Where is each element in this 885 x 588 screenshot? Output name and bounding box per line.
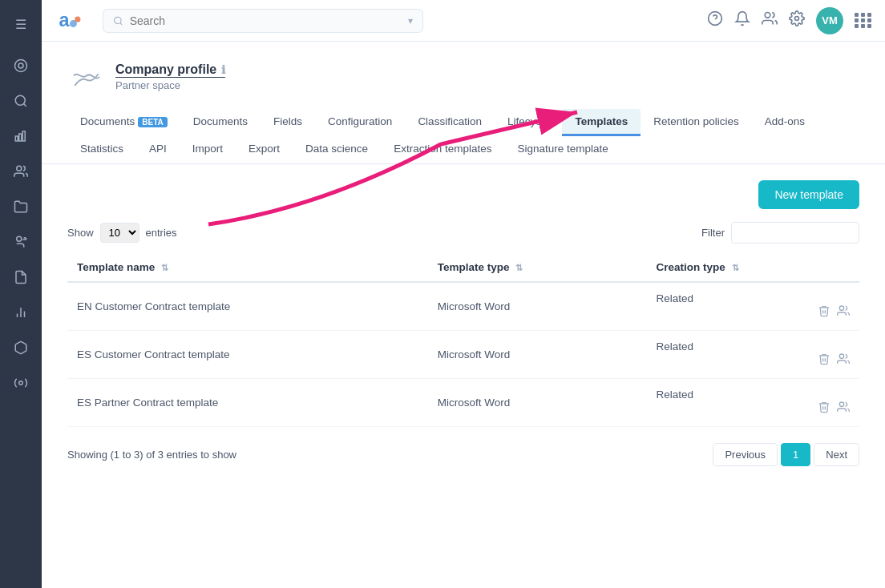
delete-row-2-icon[interactable] bbox=[818, 352, 830, 369]
svg-point-2 bbox=[15, 95, 25, 105]
tab-documents-beta[interactable]: DocumentsBETA bbox=[67, 109, 180, 136]
data-table: Template name ⇅ Template type ⇅ Creation… bbox=[67, 253, 859, 427]
topbar-right: VM bbox=[707, 7, 872, 34]
tabs-row-2: Statistics API Import Export Data scienc… bbox=[67, 136, 859, 163]
tab-lifecycle[interactable]: Lifecycle bbox=[495, 109, 563, 136]
col-template-name[interactable]: Template name ⇅ bbox=[67, 253, 428, 282]
search-nav-icon[interactable] bbox=[6, 87, 35, 115]
company-sub: Partner space bbox=[115, 79, 225, 91]
sort-icon-creation: ⇅ bbox=[732, 263, 739, 272]
row-2-creation: Related bbox=[647, 331, 859, 379]
pagination-controls: Previous 1 Next bbox=[713, 443, 859, 466]
company-name: Company profile ℹ bbox=[115, 62, 225, 78]
tabs-container: DocumentsBETA Documents Fields Configura… bbox=[42, 96, 885, 164]
delete-row-1-icon[interactable] bbox=[818, 304, 830, 320]
tree-nav-icon[interactable] bbox=[6, 228, 35, 256]
filter-input[interactable] bbox=[731, 222, 859, 244]
svg-point-1 bbox=[18, 63, 23, 68]
table-controls: Show 10 25 50 entries Filter bbox=[67, 222, 859, 244]
tab-import[interactable]: Import bbox=[180, 136, 236, 163]
search-bar[interactable]: ▾ bbox=[103, 9, 423, 33]
col-template-type[interactable]: Template type ⇅ bbox=[428, 253, 647, 282]
svg-text:a: a bbox=[59, 10, 70, 30]
tab-datascience[interactable]: Data science bbox=[293, 136, 381, 163]
filter-label: Filter bbox=[701, 227, 725, 239]
pagination-info: Showing (1 to 3) of 3 entries to show bbox=[67, 449, 236, 461]
new-template-button[interactable]: New template bbox=[758, 180, 859, 209]
prev-button[interactable]: Previous bbox=[713, 443, 778, 466]
analytics-nav-icon[interactable] bbox=[6, 298, 35, 327]
menu-icon[interactable]: ☰ bbox=[6, 10, 35, 38]
entries-label: entries bbox=[146, 227, 177, 239]
show-entries: Show 10 25 50 entries bbox=[67, 223, 177, 243]
content-header: New template bbox=[67, 180, 859, 209]
search-icon bbox=[113, 15, 123, 26]
tab-statistics[interactable]: Statistics bbox=[67, 136, 136, 163]
tab-templates[interactable]: Templates bbox=[562, 109, 641, 136]
edit-row-3-icon[interactable] bbox=[837, 401, 850, 417]
tab-export[interactable]: Export bbox=[236, 136, 293, 163]
home-icon[interactable] bbox=[6, 51, 35, 80]
chart-nav-icon[interactable] bbox=[6, 122, 35, 151]
svg-point-21 bbox=[839, 306, 843, 310]
tab-classification[interactable]: Classification bbox=[405, 109, 495, 136]
svg-point-19 bbox=[765, 13, 770, 18]
content-area: New template Show 10 25 50 entries Filte… bbox=[42, 164, 885, 482]
pagination: Showing (1 to 3) of 3 entries to show Pr… bbox=[67, 443, 859, 466]
grid-dots-icon[interactable] bbox=[855, 13, 872, 28]
entries-select[interactable]: 10 25 50 bbox=[100, 223, 139, 243]
gear-icon[interactable] bbox=[789, 10, 805, 30]
row-1-type: Microsoft Word bbox=[428, 282, 647, 331]
topbar: a ▾ VM bbox=[42, 0, 885, 42]
page-1-button[interactable]: 1 bbox=[781, 443, 810, 466]
next-button[interactable]: Next bbox=[814, 443, 859, 466]
row-2-name: ES Customer Contract template bbox=[67, 331, 428, 379]
table-row: EN Customer Contract template Microsoft … bbox=[67, 282, 859, 331]
svg-point-6 bbox=[17, 166, 22, 171]
delete-row-3-icon[interactable] bbox=[818, 401, 830, 417]
people-nav-icon[interactable] bbox=[6, 157, 35, 186]
company-info: Company profile ℹ Partner space bbox=[115, 62, 225, 91]
avatar[interactable]: VM bbox=[816, 7, 843, 34]
sidebar: ☰ bbox=[0, 0, 42, 588]
svg-point-7 bbox=[17, 236, 22, 241]
tab-configuration[interactable]: Configuration bbox=[315, 109, 405, 136]
settings-nav-icon[interactable] bbox=[6, 369, 35, 397]
col-creation-type[interactable]: Creation type ⇅ bbox=[647, 253, 859, 282]
tab-fields[interactable]: Fields bbox=[261, 109, 315, 136]
svg-point-23 bbox=[839, 402, 843, 406]
edit-row-1-icon[interactable] bbox=[837, 304, 850, 320]
tab-signature[interactable]: Signature template bbox=[504, 136, 620, 163]
svg-point-0 bbox=[15, 60, 27, 72]
row-1-creation: Related bbox=[647, 282, 859, 331]
folder-nav-icon[interactable] bbox=[6, 192, 35, 221]
row-2-type: Microsoft Word bbox=[428, 331, 647, 379]
company-icon bbox=[67, 58, 106, 96]
tab-api[interactable]: API bbox=[136, 136, 180, 163]
doc-nav-icon[interactable] bbox=[6, 263, 35, 292]
search-chevron-icon: ▾ bbox=[408, 15, 413, 26]
bell-icon[interactable] bbox=[734, 10, 750, 30]
row-3-name: ES Partner Contract template bbox=[67, 379, 428, 427]
company-info-icon[interactable]: ℹ bbox=[221, 63, 225, 76]
sort-icon-name: ⇅ bbox=[161, 263, 168, 272]
tab-extraction[interactable]: Extraction templates bbox=[381, 136, 504, 163]
tabs-row-1: DocumentsBETA Documents Fields Configura… bbox=[67, 109, 859, 136]
tab-retention[interactable]: Retention policies bbox=[641, 109, 752, 136]
svg-rect-4 bbox=[19, 134, 22, 141]
svg-rect-3 bbox=[15, 136, 18, 141]
svg-point-22 bbox=[839, 354, 843, 358]
table-row: ES Customer Contract template Microsoft … bbox=[67, 331, 859, 379]
search-input[interactable] bbox=[130, 14, 402, 27]
svg-point-20 bbox=[795, 17, 799, 21]
contacts-icon[interactable] bbox=[762, 10, 778, 30]
edit-row-2-icon[interactable] bbox=[837, 352, 850, 369]
tab-addons[interactable]: Add-ons bbox=[752, 109, 818, 136]
row-3-type: Microsoft Word bbox=[428, 379, 647, 427]
logo[interactable]: a bbox=[55, 6, 83, 35]
svg-rect-5 bbox=[22, 131, 25, 141]
filter-box: Filter bbox=[701, 222, 859, 244]
tab-documents[interactable]: Documents bbox=[180, 109, 261, 136]
help-icon[interactable] bbox=[707, 10, 723, 30]
box-nav-icon[interactable] bbox=[6, 333, 35, 362]
